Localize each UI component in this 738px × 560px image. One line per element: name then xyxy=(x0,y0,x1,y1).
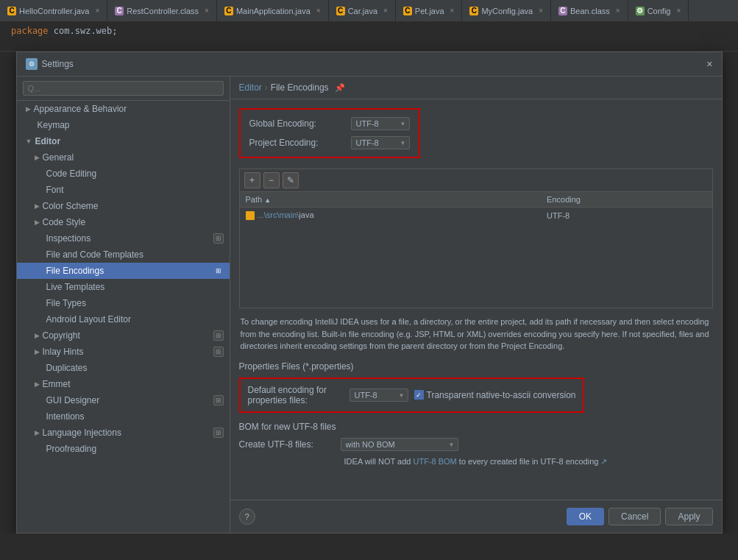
tab-myconfig[interactable]: C MyConfig.java × xyxy=(462,0,551,21)
table-toolbar: + − ✎ xyxy=(240,169,712,192)
sidebar-item-label: Color Scheme xyxy=(43,201,99,211)
tab-pet[interactable]: C Pet.java × xyxy=(396,0,463,21)
sidebar-item-label: File Types xyxy=(46,298,86,308)
sidebar-item-color-scheme[interactable]: ▶ Color Scheme xyxy=(17,198,230,214)
dialog-title-label: Settings xyxy=(42,59,74,69)
java-icon: C xyxy=(224,7,233,15)
sidebar: ▶ Appearance & Behavior Keymap ▼ Editor xyxy=(17,77,230,533)
sidebar-item-code-style[interactable]: ▶ Code Style xyxy=(17,214,230,230)
sidebar-item-label: GUI Designer xyxy=(46,395,100,405)
tab-bean[interactable]: C Bean.class × xyxy=(551,0,628,21)
dialog-close-button[interactable]: × xyxy=(706,58,712,70)
expand-icon: ▶ xyxy=(35,380,40,388)
sidebar-item-gui-designer[interactable]: GUI Designer ⊞ xyxy=(17,392,230,408)
global-encoding-row: Global Encoding: UTF-8 xyxy=(249,117,410,130)
cancel-button[interactable]: Cancel xyxy=(609,508,661,525)
tab-label: HelloController.java xyxy=(19,7,89,15)
breadcrumb-editor[interactable]: Editor xyxy=(239,82,262,93)
remove-path-button[interactable]: − xyxy=(263,172,280,188)
breadcrumb-pin-icon: 📌 xyxy=(335,83,345,93)
sidebar-item-left: ▶ Language Injections xyxy=(35,428,121,438)
edit-path-button[interactable]: ✎ xyxy=(283,172,299,188)
sidebar-item-language-injections[interactable]: ▶ Language Injections ⊞ xyxy=(17,425,230,441)
settings-search-input[interactable] xyxy=(23,81,224,96)
transparent-checkbox[interactable]: ✓ xyxy=(414,390,424,400)
sidebar-item-file-types[interactable]: File Types xyxy=(17,295,230,311)
project-encoding-select-wrapper: UTF-8 xyxy=(351,136,410,149)
tab-car[interactable]: C Car.java × xyxy=(329,0,396,21)
file-table-container: + − ✎ Path ▲ Encoding xyxy=(239,169,713,308)
settings-icon: ⚙ xyxy=(26,58,38,70)
sidebar-item-left: ▶ Appearance & Behavior xyxy=(26,104,127,114)
tab-close-icon[interactable]: × xyxy=(616,7,620,15)
props-encoding-select-wrapper: UTF-8 xyxy=(350,389,408,402)
sidebar-item-left: ▶ General xyxy=(35,152,74,163)
props-encoding-select[interactable]: UTF-8 xyxy=(350,389,408,402)
sidebar-item-editor[interactable]: ▼ Editor xyxy=(17,133,230,149)
properties-section-title: Properties Files (*.properties) xyxy=(239,361,713,372)
file-table: Path ▲ Encoding ...\src\main\java UTF-8 xyxy=(240,192,712,224)
path-cell: ...\src\main\java xyxy=(240,208,542,224)
sidebar-item-left: File and Code Templates xyxy=(35,249,144,260)
col-path-header: Path ▲ xyxy=(240,192,542,208)
tab-close-icon[interactable]: × xyxy=(676,7,681,15)
sidebar-item-font[interactable]: Font xyxy=(17,182,230,198)
tab-hellocontroller[interactable]: C HelloController.java × xyxy=(0,0,107,21)
sidebar-item-left: ▼ Editor xyxy=(26,136,61,146)
tab-config[interactable]: ⚙ Config × xyxy=(628,0,689,21)
bom-select[interactable]: with NO BOM with BOM xyxy=(341,438,458,451)
sidebar-item-inlay-hints[interactable]: ▶ Inlay Hints ⊞ xyxy=(17,344,230,360)
tab-bar: C HelloController.java × C RestControlle… xyxy=(0,0,738,22)
sidebar-item-left: Code Editing xyxy=(35,169,97,179)
badge-icon: ⊞ xyxy=(213,395,224,405)
sidebar-item-copyright[interactable]: ▶ Copyright ⊞ xyxy=(17,327,230,344)
sidebar-item-file-encodings[interactable]: File Encodings ⊞ xyxy=(17,263,230,279)
tab-close-icon[interactable]: × xyxy=(95,7,99,15)
sidebar-item-label: Emmet xyxy=(43,379,71,389)
ok-button[interactable]: OK xyxy=(567,508,604,525)
java-icon: C xyxy=(469,7,478,15)
content-area: Global Encoding: UTF-8 Project Encoding:… xyxy=(230,99,722,500)
col-encoding-header: Encoding xyxy=(541,192,712,208)
sidebar-item-inspections[interactable]: Inspections ⊞ xyxy=(17,230,230,247)
tab-close-icon[interactable]: × xyxy=(205,7,209,15)
sidebar-item-code-editing[interactable]: Code Editing xyxy=(17,166,230,182)
sidebar-item-left: GUI Designer xyxy=(35,395,100,405)
dialog-footer: ? OK Cancel Apply xyxy=(230,500,722,533)
sidebar-item-keymap[interactable]: Keymap xyxy=(17,117,230,133)
sidebar-item-intentions[interactable]: Intentions xyxy=(17,408,230,425)
tab-mainapplication[interactable]: C MainApplication.java × xyxy=(217,0,329,21)
tab-restcontroller[interactable]: C RestController.class × xyxy=(107,0,217,21)
project-encoding-select[interactable]: UTF-8 xyxy=(351,136,410,149)
encoding-section: Global Encoding: UTF-8 Project Encoding:… xyxy=(239,108,420,158)
sidebar-item-duplicates[interactable]: Duplicates xyxy=(17,360,230,376)
java-icon: C xyxy=(403,7,412,15)
sidebar-item-label: Keymap xyxy=(38,120,70,130)
sidebar-item-label: Proofreading xyxy=(46,444,97,454)
footer-left: ? xyxy=(239,508,255,525)
expand-icon: ▶ xyxy=(35,429,40,436)
dialog-title-area: ⚙ Settings xyxy=(26,58,74,70)
help-button[interactable]: ? xyxy=(239,508,255,525)
add-path-button[interactable]: + xyxy=(244,172,260,188)
tab-close-icon[interactable]: × xyxy=(383,7,388,15)
sidebar-item-proofreading[interactable]: Proofreading xyxy=(17,441,230,457)
table-row[interactable]: ...\src\main\java UTF-8 xyxy=(240,208,712,224)
sidebar-item-general[interactable]: ▶ General xyxy=(17,149,230,166)
sidebar-item-appearance[interactable]: ▶ Appearance & Behavior xyxy=(17,101,230,117)
apply-button[interactable]: Apply xyxy=(665,508,712,525)
sidebar-item-android-layout[interactable]: Android Layout Editor xyxy=(17,311,230,327)
sidebar-item-emmet[interactable]: ▶ Emmet xyxy=(17,376,230,392)
bom-row: Create UTF-8 files: with NO BOM with BOM xyxy=(239,438,713,451)
class-icon: C xyxy=(115,7,124,15)
sidebar-item-file-code-templates[interactable]: File and Code Templates xyxy=(17,247,230,263)
tab-close-icon[interactable]: × xyxy=(316,7,321,15)
sidebar-item-left: ▶ Emmet xyxy=(35,379,71,389)
sidebar-item-label: Language Injections xyxy=(43,428,121,438)
sidebar-item-label: Intentions xyxy=(46,411,85,422)
sidebar-item-live-templates[interactable]: Live Templates xyxy=(17,279,230,295)
tab-close-icon[interactable]: × xyxy=(539,7,543,15)
tab-close-icon[interactable]: × xyxy=(450,7,455,15)
badge-icon: ⊞ xyxy=(213,428,224,438)
global-encoding-select[interactable]: UTF-8 xyxy=(351,117,410,130)
